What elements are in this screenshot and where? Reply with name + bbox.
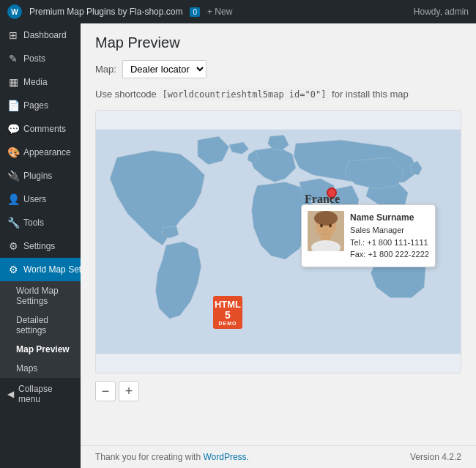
svg-point-6 (320, 224, 323, 228)
sidebar-item-comments[interactable]: 💬 Comments (0, 117, 81, 141)
plugins-icon: 🔌 (7, 170, 19, 182)
world-map-icon: ⚙ (7, 264, 19, 275)
shortcode-suffix: for install this map (332, 89, 409, 100)
comments-badge[interactable]: 0 (190, 7, 200, 17)
zoom-out-button[interactable]: − (95, 381, 116, 401)
map-selector-row: Map: Dealer locator (95, 60, 461, 78)
sidebar-item-pages[interactable]: 📄 Pages (0, 94, 81, 117)
sidebar-item-settings[interactable]: ⚙ Settings (0, 234, 81, 258)
sidebar-item-appearance[interactable]: 🎨 Appearance (0, 141, 81, 164)
sidebar-item-label: Posts (23, 53, 45, 64)
zoom-controls: − + (95, 381, 461, 401)
page-title: Map Preview (95, 34, 461, 51)
collapse-label: Collapse menu (18, 384, 73, 404)
zoom-in-button[interactable]: + (119, 381, 139, 401)
collapse-menu-button[interactable]: ◀ Collapse menu (0, 378, 81, 410)
map-select[interactable]: Dealer locator (122, 60, 207, 78)
map-label: Map: (95, 64, 116, 75)
posts-icon: ✎ (7, 53, 19, 64)
tooltip-tel: Tel.: +1 800 111-1111 (350, 237, 429, 249)
footer: Thank you for creating with WordPress. V… (81, 445, 476, 468)
appearance-icon: 🎨 (7, 146, 19, 158)
sidebar-item-plugins[interactable]: 🔌 Plugins (0, 164, 81, 187)
media-icon: ▦ (7, 76, 19, 88)
sidebar-item-label: Plugins (23, 171, 52, 181)
svg-rect-4 (321, 235, 331, 241)
sidebar-item-label: Media (23, 77, 48, 87)
comments-count: 0 (190, 7, 200, 17)
tooltip-title: Sales Manager (350, 224, 429, 237)
html5-5: 5 (225, 309, 231, 321)
sidebar-item-users[interactable]: 👤 Users (0, 187, 81, 211)
comments-icon: 💬 (7, 123, 19, 135)
footer-text: Thank you for creating with WordPress. (95, 452, 249, 462)
sidebar-item-label: Dashboard (23, 30, 67, 40)
shortcode-prefix: Use shortcode (95, 89, 157, 100)
svg-point-7 (329, 224, 332, 228)
sidebar: ⊞ Dashboard ✎ Posts ▦ Media 📄 Pages 💬 Co… (0, 23, 81, 468)
users-icon: 👤 (7, 193, 19, 205)
tooltip-info: Name Surname Sales Manager Tel.: +1 800 … (350, 211, 429, 261)
tools-icon: 🔧 (7, 217, 19, 229)
submenu-item-detailed-settings[interactable]: Detailed settings (0, 311, 81, 340)
submenu-item-maps[interactable]: Maps (0, 359, 81, 378)
tooltip-fax: Fax: +1 800 222-2222 (350, 248, 429, 261)
sidebar-item-tools[interactable]: 🔧 Tools (0, 211, 81, 234)
sidebar-item-label: Tools (23, 218, 44, 228)
dashboard-icon: ⊞ (7, 29, 19, 41)
tooltip-name: Name Surname (350, 211, 429, 224)
sidebar-item-label: World Map Settings (23, 264, 81, 275)
howdy-label: Howdy, admin (414, 7, 469, 17)
world-map-submenu: World Map Settings Detailed settings Map… (0, 281, 81, 378)
shortcode-row: Use shortcode [worldcountrieshtml5map id… (95, 89, 461, 100)
top-bar: W Premium Map Plugins by Fla-shop.com 0 … (0, 0, 476, 23)
sidebar-item-label: Appearance (23, 147, 71, 157)
map-tooltip: Name Surname Sales Manager Tel.: +1 800 … (301, 204, 436, 267)
pages-icon: 📄 (7, 100, 19, 111)
sidebar-item-label: Comments (23, 124, 66, 134)
main-content: Map Preview Map: Dealer locator Use shor… (81, 23, 476, 445)
submenu-item-map-preview[interactable]: Map Preview (0, 340, 81, 359)
wordpress-link[interactable]: WordPress. (203, 452, 248, 462)
collapse-icon: ◀ (7, 389, 14, 399)
submenu-item-world-map-settings[interactable]: World Map Settings (0, 281, 81, 311)
sidebar-item-label: Settings (23, 241, 55, 251)
main-panel: Map Preview Map: Dealer locator Use shor… (81, 23, 476, 468)
sidebar-item-posts[interactable]: ✎ Posts (0, 47, 81, 70)
demo-text: DEMO (219, 321, 237, 326)
settings-icon: ⚙ (7, 240, 19, 252)
version-label: Version 4.2.2 (410, 452, 461, 462)
html5-badge: HTML 5 DEMO (213, 296, 242, 329)
avatar-image (308, 211, 344, 251)
tooltip-avatar (308, 211, 344, 251)
sidebar-item-dashboard[interactable]: ⊞ Dashboard (0, 23, 81, 47)
sidebar-item-label: Users (23, 194, 46, 204)
site-name: Premium Map Plugins by Fla-shop.com (29, 7, 182, 17)
sidebar-item-world-map-settings[interactable]: ⚙ World Map Settings (0, 258, 81, 281)
sidebar-item-label: Pages (23, 100, 48, 111)
wp-logo: W (7, 4, 22, 19)
shortcode-value: [worldcountrieshtml5map id="0"] (159, 88, 329, 101)
new-button[interactable]: + New (207, 7, 232, 17)
sidebar-item-media[interactable]: ▦ Media (0, 70, 81, 94)
svg-point-3 (314, 211, 338, 226)
map-area[interactable]: France (95, 110, 461, 374)
html5-text: HTML (215, 300, 241, 309)
